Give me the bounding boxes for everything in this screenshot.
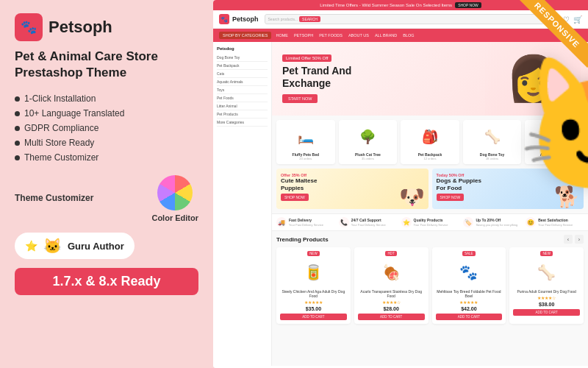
search-button[interactable]: SEARCH: [299, 16, 320, 22]
product-image: 🦴: [467, 124, 518, 150]
sidebar-item[interactable]: More Categories: [217, 118, 268, 127]
trending-stars: ★★★★☆: [513, 295, 580, 300]
trending-card[interactable]: HOT 🍖 Acarlo Transparent Stainless Dry D…: [354, 247, 429, 324]
guru-author-badge: ⭐ 🐱 Guru Author: [15, 233, 135, 259]
product-reviews: 12 orders: [404, 157, 456, 160]
logo-icon: 🐾: [15, 13, 43, 41]
hero-title-line2: Exchange: [282, 77, 351, 90]
product-card[interactable]: 🛏️ Fluffy Pets Bed 23 orders: [276, 120, 335, 164]
feature-item: Theme Customizer: [15, 150, 198, 165]
trending-name: Purina Adult Gourmet Dry Dog Food: [513, 289, 580, 294]
promo1-animal: 🐶: [399, 185, 425, 209]
trending-badge: HOT: [385, 251, 397, 256]
bullet-dot: [15, 126, 20, 131]
bottom-row: Theme Customizer Color Editor: [15, 175, 198, 222]
add-to-cart-button[interactable]: ADD TO CART: [358, 314, 425, 320]
product-card[interactable]: 🐠 Aquatic Animals 15 orders: [525, 120, 584, 164]
feature-strip-item: 🚚 Fast Delivery Your Fast Delivery Servi…: [276, 217, 334, 227]
trending-section: Trending Products ‹ › NEW 🥫 Steely Chick…: [272, 231, 588, 328]
nav-link[interactable]: ALL BRAND: [375, 33, 397, 38]
sidebar-item[interactable]: Pet Backpack: [217, 62, 268, 70]
sidebar-item[interactable]: Litter Animal: [217, 102, 268, 110]
hero-content: Limited Offer 50% Off Pet Trand And Exch…: [272, 47, 362, 110]
feature-icon: 🚚: [276, 217, 287, 227]
product-image: 🎒: [404, 124, 456, 150]
feature-sub: Your Fast Delivery Service: [414, 223, 448, 227]
product-reviews: 23 orders: [280, 157, 331, 160]
nav-link[interactable]: ABOUT US: [348, 33, 369, 38]
version-badge: 1.7.x & 8.x Ready: [15, 268, 198, 295]
announcement-btn[interactable]: SHOP NOW: [455, 2, 481, 8]
sidebar-item[interactable]: Cats: [217, 70, 268, 78]
feature-item: 1-Click Installation: [15, 91, 198, 106]
product-card[interactable]: 🌳 Plush Cat Tree 35 orders: [339, 120, 398, 164]
logo-text: Petsoph: [49, 18, 112, 37]
color-editor-label: Color Editor: [151, 213, 198, 222]
trending-name: Acarlo Transparent Stainless Dry Dog Foo…: [358, 289, 425, 298]
add-to-cart-button[interactable]: ADD TO CART: [513, 309, 580, 316]
feature-item: GDPR Compliance: [15, 121, 198, 135]
color-editor-area: Color Editor: [151, 175, 198, 222]
feature-strip-item: ⭐ Quality Products Your Fast Delivery Se…: [401, 217, 459, 227]
sidebar-item[interactable]: Aquatic Animals: [217, 78, 268, 86]
feature-sub: Saving you plenty for everything: [476, 223, 517, 227]
trending-card[interactable]: NEW 🥫 Steely Chicken And Aga Adult Dry D…: [276, 247, 351, 324]
feature-item: Multi Store Ready: [15, 135, 198, 150]
product-reviews: 35 orders: [343, 157, 394, 160]
sidebar-item[interactable]: Pet Foods: [217, 94, 268, 102]
trending-stars: ★★★★★: [436, 300, 503, 305]
trending-price: $35.00: [280, 306, 347, 311]
tagline-line2: Prestashop Theme: [15, 65, 198, 81]
trending-badge: SALE: [462, 251, 476, 256]
product-card[interactable]: 🎒 Pet Backpack 12 orders: [401, 120, 459, 164]
logo-area: 🐾 Petsoph: [15, 13, 198, 41]
promo-card-1: Offer 35% Off Cute Maltese Puppies SHOP …: [276, 169, 429, 209]
feature-label: 24/7 Call Support: [351, 218, 386, 223]
feature-item: 10+ Language Translated: [15, 106, 198, 121]
product-image: 🌳: [343, 124, 394, 150]
trending-arrows: ‹ ›: [564, 235, 584, 244]
trending-card[interactable]: NEW 🦴 Purina Adult Gourmet Dry Dog Food …: [509, 247, 584, 324]
promo1-btn[interactable]: SHOP NOW: [281, 194, 309, 201]
tagline: Pet & Animal Care Store Prestashop Theme: [15, 49, 198, 81]
cat-icon: 🐱: [43, 237, 62, 255]
preview-logo: 🐾 Petsoph: [219, 14, 259, 24]
product-image: 🐠: [528, 124, 580, 150]
sidebar-title: Petsdog: [217, 46, 268, 51]
product-card[interactable]: 🦴 Dog Bone Toy 28 orders: [463, 120, 522, 164]
nav-link[interactable]: PET FOODS: [319, 33, 343, 38]
feature-label: Quality Products: [414, 218, 448, 223]
nav-link[interactable]: BLOG: [403, 33, 414, 38]
bullet-dot: [15, 141, 20, 146]
product-image: 🛏️: [280, 124, 331, 150]
feature-icon: 😊: [526, 217, 536, 227]
trending-card[interactable]: SALE 🐾 Mehltisse Toy Breed Foldable Pet …: [432, 247, 506, 324]
preview-logo-icon: 🐾: [219, 14, 229, 24]
guru-label: Guru Author: [68, 241, 124, 252]
next-arrow[interactable]: ›: [575, 235, 584, 244]
categories-button[interactable]: SHOP BY CATEGORIES: [219, 32, 271, 39]
responsive-ribbon: RESPONSIVE: [514, 0, 588, 68]
bullet-dot: [15, 111, 20, 116]
trending-badge: NEW: [540, 251, 553, 256]
features-strip: 🚚 Fast Delivery Your Fast Delivery Servi…: [272, 213, 588, 231]
add-to-cart-button[interactable]: ADD TO CART: [436, 314, 503, 320]
preview-content: Limited Offer 50% Off Pet Trand And Exch…: [272, 42, 588, 366]
trending-price: $42.00: [436, 306, 503, 311]
add-to-cart-button[interactable]: ADD TO CART: [280, 314, 347, 320]
sidebar-item[interactable]: Pet Products: [217, 110, 268, 118]
sidebar-item[interactable]: Toys: [217, 86, 268, 94]
feature-label: Best Satisfaction: [538, 218, 573, 223]
search-placeholder: Search products...: [268, 17, 298, 21]
prev-arrow[interactable]: ‹: [564, 235, 573, 244]
star-icon: ⭐: [25, 240, 37, 252]
preview-sidebar: Petsdog Dog Bone ToyPet BackpackCatsAqua…: [213, 42, 272, 366]
nav-link[interactable]: PETSOPH: [294, 33, 313, 38]
feature-sub: Your Fast Delivery Service: [538, 223, 573, 227]
trending-title: Trending Products: [276, 236, 329, 243]
features-list: 1-Click Installation10+ Language Transla…: [15, 91, 198, 165]
hero-cta-button[interactable]: START NOW: [282, 94, 318, 103]
promo2-btn[interactable]: SHOP NOW: [437, 194, 465, 201]
sidebar-item[interactable]: Dog Bone Toy: [217, 54, 268, 62]
nav-link[interactable]: HOME: [276, 33, 288, 38]
